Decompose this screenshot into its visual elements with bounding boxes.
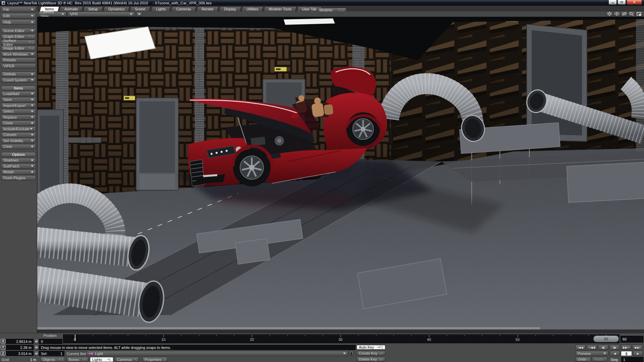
- axis-z-button[interactable]: Z: [1, 351, 5, 356]
- x-stepper[interactable]: [34, 339, 39, 344]
- flush-plugins-button[interactable]: Flush Plugins: [1, 175, 36, 180]
- prev-frame-button[interactable]: ◀||: [598, 345, 608, 350]
- set-visibility-button[interactable]: Set Visibility: [1, 138, 36, 143]
- more-windows-button[interactable]: More Windows: [1, 52, 36, 57]
- chevron-down-icon: [31, 30, 34, 32]
- pan-view-button[interactable]: [613, 11, 620, 16]
- save-button[interactable]: Save: [1, 97, 36, 102]
- position-x-field[interactable]: 2.8614 m: [6, 339, 34, 344]
- tab-setup[interactable]: Setup: [83, 6, 103, 11]
- stepper-right-icon: [37, 347, 38, 349]
- y-stepper[interactable]: [34, 345, 39, 350]
- timeline-tick: [163, 335, 164, 337]
- coord-system-button[interactable]: Coord System: [1, 77, 36, 82]
- undo-button[interactable]: Undou: [575, 357, 591, 362]
- clone-button[interactable]: Clone: [1, 121, 36, 126]
- convert-button[interactable]: Convert: [1, 132, 36, 137]
- clear-button[interactable]: Clear: [1, 144, 36, 149]
- left-toolbar: File Edit Help Scene Editor Graph Editor…: [0, 6, 37, 333]
- globals-button[interactable]: Globals: [1, 72, 36, 77]
- chevron-down-icon: [31, 79, 34, 81]
- stepper-right-icon: [37, 341, 38, 343]
- play-forward-button[interactable]: ▶: [633, 351, 643, 356]
- timeline-playhead[interactable]: [75, 335, 75, 341]
- include-exclude-button[interactable]: Include/Exclude: [1, 126, 36, 131]
- renderer-mode-dropdown[interactable]: VPR: [68, 12, 135, 16]
- properties-button[interactable]: Propertiesp: [142, 357, 168, 362]
- tab-scene[interactable]: Scene: [129, 6, 151, 11]
- import-export-button[interactable]: Import/Export: [1, 103, 36, 108]
- viewport-options-dropdown[interactable]: [136, 12, 142, 16]
- tab-dynamics[interactable]: Dynamics: [103, 6, 130, 11]
- rotate-view-button[interactable]: [621, 11, 628, 16]
- current-item-dropdown[interactable]: Light: [87, 351, 348, 356]
- item-lock-button[interactable]: [349, 351, 354, 356]
- scene-editor-button[interactable]: Scene Editor: [1, 28, 36, 33]
- z-stepper[interactable]: [34, 351, 39, 356]
- pause-button[interactable]: ||: [621, 351, 632, 356]
- end-frame-field[interactable]: 60: [621, 336, 643, 343]
- bones-mode-button[interactable]: Bones+B: [66, 357, 89, 362]
- go-start-button[interactable]: |◀◀: [575, 345, 586, 350]
- objects-mode-button[interactable]: Objects+O: [40, 357, 65, 362]
- preview-dropdown[interactable]: Preview: [575, 351, 608, 356]
- replace-button[interactable]: Replace: [1, 115, 36, 120]
- edit-menu[interactable]: Edit: [1, 13, 36, 18]
- tab-utilities[interactable]: Utilities: [241, 6, 264, 11]
- next-frame-button[interactable]: ||▶: [609, 345, 620, 350]
- stepper-left-icon: [35, 353, 36, 355]
- tab-render[interactable]: Render: [196, 6, 219, 11]
- tab-lights[interactable]: Lights: [151, 6, 171, 11]
- close-button[interactable]: ×: [627, 0, 642, 5]
- lights-mode-button[interactable]: Lights+L: [90, 357, 113, 362]
- viper-button[interactable]: VIPER: [1, 63, 36, 68]
- presets-button[interactable]: Presets: [1, 58, 36, 63]
- timeline-tick: [553, 335, 553, 336]
- step-field[interactable]: 1: [621, 357, 643, 362]
- timeline-ruler[interactable]: 60 01020304050: [63, 334, 620, 343]
- cameras-mode-button[interactable]: Cameras+C: [115, 357, 139, 362]
- create-key-button[interactable]: Create Keyret: [357, 351, 385, 356]
- subpatch-button[interactable]: SubPatch: [1, 164, 36, 169]
- go-end-button[interactable]: ▶▶|: [632, 345, 643, 350]
- auto-key-button[interactable]: Auto Key+F1: [357, 345, 385, 350]
- timeline-tick: [146, 335, 146, 336]
- axis-y-button[interactable]: Y: [1, 345, 5, 350]
- timeline-tick: [447, 335, 447, 336]
- viewport-3d[interactable]: [37, 17, 644, 333]
- center-item-button[interactable]: [606, 11, 613, 16]
- tab-animate[interactable]: Animate: [59, 6, 83, 11]
- play-reverse-button[interactable]: ◀: [610, 351, 620, 356]
- current-frame-field[interactable]: 0: [39, 339, 62, 344]
- restore-button[interactable]: [618, 0, 626, 5]
- help-menu[interactable]: Help: [1, 19, 36, 25]
- prev-key-button[interactable]: +◀◀: [587, 345, 597, 350]
- surface-editor-button[interactable]: Surface Editor^F3: [1, 40, 36, 45]
- file-menu[interactable]: File: [1, 7, 36, 12]
- axis-x-button[interactable]: X: [1, 339, 5, 344]
- light-item-icon: [89, 352, 93, 355]
- position-y-field[interactable]: 2.38 m: [6, 345, 34, 350]
- tab-display[interactable]: Display: [219, 6, 241, 11]
- tab-cameras[interactable]: Cameras: [171, 6, 196, 11]
- viewport-render: [37, 17, 644, 333]
- view-mode-dropdown[interactable]: Camera View: [38, 12, 66, 16]
- tab-modeler-tools[interactable]: Modeler Tools: [263, 6, 297, 11]
- timeline-tick: [110, 335, 111, 336]
- zoom-view-button[interactable]: [628, 11, 635, 16]
- position-z-field[interactable]: 3.914 m: [6, 351, 34, 356]
- chevron-down-icon: [31, 105, 34, 106]
- redo-button[interactable]: Redo: [592, 357, 607, 362]
- delete-key-button[interactable]: Delete Keydel: [357, 357, 385, 362]
- minimize-button[interactable]: [608, 0, 617, 5]
- morph-button[interactable]: Morph: [1, 170, 36, 175]
- select-button[interactable]: Select: [1, 109, 36, 114]
- shadows-button[interactable]: Shadows: [1, 158, 36, 163]
- timeline-tick: [358, 335, 359, 336]
- image-editor-button[interactable]: Image Editor^F4: [1, 46, 36, 51]
- load-add-button[interactable]: Load/Add: [1, 91, 36, 96]
- current-item-label: Current Item: [67, 351, 87, 356]
- next-key-button[interactable]: ▶▶+: [621, 345, 631, 350]
- fit-view-button[interactable]: [636, 11, 642, 16]
- lightwave-layout-window: Layout™ NewTek LightWave 3D ® HC Rev 201…: [0, 0, 644, 362]
